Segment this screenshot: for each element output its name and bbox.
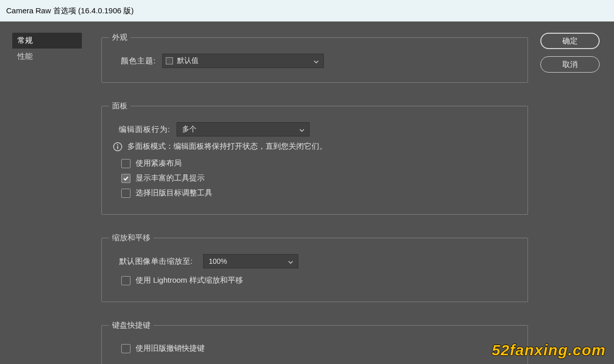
- svg-point-1: [117, 144, 118, 145]
- legend-appearance: 外观: [109, 33, 130, 42]
- legend-keyboard: 键盘快捷键: [109, 321, 154, 330]
- checkbox-label: 使用紧凑布局: [136, 158, 182, 168]
- button-label: 取消: [562, 60, 578, 69]
- ok-button[interactable]: 确定: [540, 33, 600, 49]
- checkbox-label: 选择旧版目标调整工具: [136, 188, 212, 198]
- checkbox-lightroom-zoom[interactable]: [121, 276, 130, 285]
- watermark-text: 52fanxing.com: [492, 342, 606, 359]
- checkbox-label: 使用旧版撤销快捷键: [136, 344, 205, 353]
- button-column: 确定 取消: [528, 21, 614, 364]
- chevron-down-icon: [313, 58, 319, 66]
- fieldset-appearance: 外观 颜色主题: 默认值: [101, 33, 528, 83]
- svg-rect-2: [117, 146, 118, 149]
- window-title: Camera Raw 首选项 (16.4.0.1906 版): [6, 6, 134, 16]
- chevron-down-icon: [299, 127, 305, 135]
- legend-panel: 面板: [109, 101, 130, 111]
- sidebar-item-label: 常规: [17, 36, 33, 44]
- select-color-theme[interactable]: 默认值: [162, 54, 324, 68]
- checkbox-label: 使用 Lightroom 样式缩放和平移: [136, 276, 243, 285]
- sidebar-item-general[interactable]: 常规: [12, 33, 82, 49]
- select-value: 默认值: [177, 56, 199, 65]
- checkbox-rich-tooltips[interactable]: [121, 174, 130, 183]
- select-value: 100%: [209, 257, 227, 265]
- label-color-theme: 颜色主题:: [110, 56, 162, 66]
- checkbox-legacy-undo[interactable]: [121, 344, 130, 353]
- content-pane: 外观 颜色主题: 默认值 面板 编辑面板行为: 多个: [82, 21, 528, 364]
- fieldset-keyboard: 键盘快捷键 使用旧版撤销快捷键: [101, 321, 528, 364]
- legend-zoom-pan: 缩放和平移: [109, 233, 154, 243]
- select-value: 多个: [182, 125, 196, 134]
- label-edit-panel-behavior: 编辑面板行为:: [110, 125, 177, 134]
- button-label: 确定: [562, 36, 578, 45]
- sidebar: 常规 性能: [12, 21, 82, 364]
- sidebar-item-label: 性能: [17, 52, 33, 60]
- fieldset-zoom-pan: 缩放和平移 默认图像单击缩放至: 100% 使用 Lightroom 样式缩放和…: [101, 233, 528, 302]
- checkbox-compact-layout[interactable]: [121, 159, 130, 168]
- cancel-button[interactable]: 取消: [540, 56, 600, 73]
- sidebar-item-performance[interactable]: 性能: [12, 49, 82, 64]
- checkbox-legacy-target-tool[interactable]: [121, 189, 130, 198]
- window-titlebar: Camera Raw 首选项 (16.4.0.1906 版): [0, 0, 614, 21]
- select-edit-panel-behavior[interactable]: 多个: [177, 122, 310, 136]
- info-icon: [113, 142, 122, 151]
- checkbox-label: 显示丰富的工具提示: [136, 173, 205, 183]
- info-row-multipanel: 多面板模式：编辑面板将保持打开状态，直到您关闭它们。: [113, 142, 520, 151]
- chevron-down-icon: [288, 259, 294, 267]
- theme-checkbox-icon: [166, 57, 173, 64]
- info-text: 多面板模式：编辑面板将保持打开状态，直到您关闭它们。: [127, 142, 327, 151]
- fieldset-panel: 面板 编辑面板行为: 多个 多面板模式：编辑面板将保持打开状态，直到您关闭它们。: [101, 101, 528, 215]
- main-area: 常规 性能 外观 颜色主题: 默认值 面板: [0, 21, 614, 364]
- label-default-zoom: 默认图像单击缩放至:: [110, 257, 203, 266]
- select-default-zoom[interactable]: 100%: [203, 254, 298, 268]
